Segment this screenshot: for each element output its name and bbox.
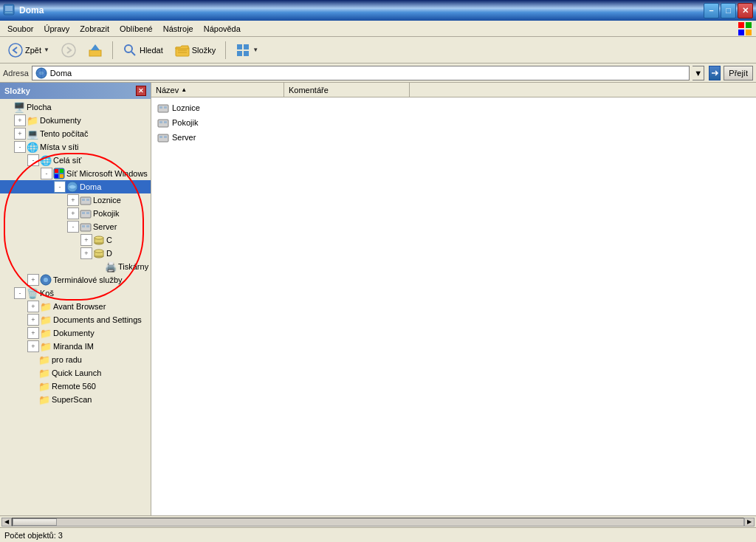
tree-label-miranda-im: Miranda IM [53,342,94,351]
horizontal-scrollbar[interactable]: ◀ ▶ [0,515,756,527]
tree-item-remote-560[interactable]: 📁 Remote 560 [0,380,151,393]
views-button[interactable]: ▼ [230,39,264,61]
svg-rect-23 [55,169,58,173]
sidebar-wrapper: Složky ✕ 🖥️ Plocha + 📁 Dokumenty [0,83,151,515]
tree-item-pro-radu[interactable]: 📁 pro radu [0,353,151,366]
folders-close-button[interactable]: ✕ [136,86,146,96]
tree-item-documents-settings[interactable]: + 📁 Documents and Settings [0,313,151,326]
tree-label-kos: Koš [40,289,54,298]
up-button[interactable] [83,39,108,61]
content-label-pokojik: Pokojik [172,118,198,127]
folder-dokumenty2-icon: 📁 [40,327,52,339]
content-item-loznice[interactable]: Loznice [151,100,756,115]
expand-dokumenty2[interactable]: + [27,327,39,339]
tree-item-tiskarny[interactable]: 🖨️ Tiskárny a fa [0,260,151,273]
expand-kos[interactable]: - [14,287,26,299]
tree-item-avant-browser[interactable]: + 📁 Avant Browser [0,300,151,313]
menu-napoveda[interactable]: Nápověda [199,23,245,35]
menu-soubor[interactable]: Soubor [3,23,38,35]
forward-button[interactable] [56,39,81,61]
address-input-container[interactable]: Doma [32,66,690,80]
tree-item-kos[interactable]: - 🗑️ Koš [0,287,151,300]
scrollbar-thumb[interactable] [13,518,57,526]
tree-item-mista-v-siti[interactable]: - 🌐 Místa v síti [0,140,151,154]
expand-miranda-im[interactable]: + [27,340,39,352]
folder-avant-icon: 📁 [40,301,52,312]
address-go-icon[interactable] [709,66,721,80]
tree-item-pokojik[interactable]: + Pokojik [0,207,151,220]
content-list: Loznice Pokojik [151,97,756,515]
search-button[interactable]: Hledat [117,39,168,61]
expand-c[interactable]: + [80,234,92,246]
close-button[interactable]: ✕ [738,3,753,18]
folder-superscan-icon: 📁 [38,394,50,405]
tree-item-tento-pocitac[interactable]: + 💻 Tento počítač [0,127,151,140]
tree-item-superscan[interactable]: 📁 SuperScan [0,393,151,406]
expand-documents-settings[interactable]: + [27,314,39,326]
tree-item-dokumenty2[interactable]: + 📁 Dokumenty [0,326,151,340]
menu-upravy[interactable]: Úpravy [39,23,74,35]
expand-loznice[interactable]: + [67,194,79,206]
content-item-pokojik[interactable]: Pokojik [151,115,756,130]
address-dropdown-button[interactable]: ▼ [693,66,704,80]
menu-oblibene[interactable]: Oblíbené [115,23,157,35]
tree-item-terminalne-sluzby[interactable]: + Terminálové služby [0,273,151,287]
content-label-loznice: Loznice [172,103,200,112]
titlebar: Doma – □ ✕ [0,0,756,21]
column-header-name[interactable]: Název ▲ [151,83,284,97]
back-button[interactable]: Zpět ▼ [3,39,55,61]
folder-pro-radu-icon: 📁 [38,354,50,366]
tree-item-loznice[interactable]: + Loznice [0,193,151,207]
tree-item-plocha[interactable]: 🖥️ Plocha [0,100,151,114]
minimize-button[interactable]: – [704,3,719,18]
folders-button[interactable]: Složky [170,39,221,61]
expand-tento-pocitac[interactable]: + [14,128,26,140]
svg-rect-17 [237,51,242,56]
tree-label-sit-ms-windows: Síť Microsoft Windows [66,169,148,178]
svg-rect-35 [82,225,85,227]
tree-item-doma[interactable]: - Doma [0,180,151,193]
scrollbar-track[interactable] [12,518,744,526]
expand-pokojik[interactable]: + [67,207,79,219]
svg-point-7 [9,44,22,57]
tree-item-c[interactable]: + C [0,233,151,247]
go-label: Přejít [729,69,748,78]
column-header-comments[interactable]: Komentáře [284,83,410,97]
svg-rect-29 [82,199,85,201]
tree-item-sit-ms-windows[interactable]: - Síť Microsoft Windows [0,167,151,180]
svg-rect-53 [164,136,167,138]
expand-terminalne-sluzby[interactable]: + [27,274,39,286]
expand-mista-v-siti[interactable]: - [14,141,26,153]
column-comments-label: Komentáře [289,86,329,95]
maximize-button[interactable]: □ [721,3,736,18]
content-item-server[interactable]: Server [151,130,756,145]
menu-zobrazit[interactable]: Zobrazit [75,23,114,35]
folders-icon [175,43,190,58]
scroll-left-button[interactable]: ◀ [1,518,12,526]
scroll-right-button[interactable]: ▶ [744,518,755,526]
svg-rect-18 [244,51,249,56]
expand-server[interactable]: - [67,221,79,233]
svg-point-42 [94,250,103,253]
up-icon [88,43,103,58]
tree-item-server[interactable]: - Server [0,220,151,233]
expand-d[interactable]: + [80,247,92,259]
expand-sit-ms-windows[interactable]: - [41,168,52,179]
expand-cela-sit[interactable]: - [27,154,39,166]
go-button[interactable]: Přejít [724,66,753,80]
tree-item-quick-launch[interactable]: 📁 Quick Launch [0,366,151,380]
tree-item-miranda-im[interactable]: + 📁 Miranda IM [0,340,151,353]
expand-dokumenty[interactable]: + [14,114,26,126]
expand-doma[interactable]: - [54,181,66,193]
tree-item-dokumenty[interactable]: + 📁 Dokumenty [0,114,151,127]
svg-line-11 [131,52,135,55]
tree-label-dokumenty2: Dokumenty [53,329,94,337]
tree-item-d[interactable]: + D [0,247,151,260]
svg-rect-52 [159,136,162,138]
folder-remote-icon: 📁 [38,380,50,392]
sidebar-tree[interactable]: 🖥️ Plocha + 📁 Dokumenty + 💻 Tento počíta… [0,99,151,515]
folders-label: Složky [192,46,216,55]
menu-nastroje[interactable]: Nástroje [159,23,198,35]
tree-item-cela-sit[interactable]: - 🌐 Celá síť [0,154,151,167]
expand-avant-browser[interactable]: + [27,301,39,312]
